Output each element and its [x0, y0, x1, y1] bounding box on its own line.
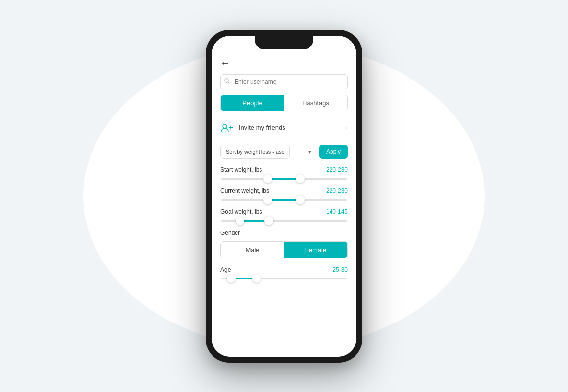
svg-point-2 — [223, 124, 227, 128]
sort-select-wrapper: Sort by weight loss - asc ▾ — [220, 145, 315, 159]
invite-chevron-icon: › — [346, 124, 348, 131]
tab-hashtags[interactable]: Hashtags — [284, 95, 347, 111]
current-weight-filter: Current weight, lbs 220-230 — [220, 187, 348, 201]
tab-people[interactable]: People — [221, 95, 284, 111]
phone-frame: ← People — [206, 30, 362, 363]
back-arrow-icon: ← — [220, 57, 230, 69]
age-header: Age 25-30 — [220, 266, 348, 273]
sort-row: Sort by weight loss - asc ▾ Apply — [220, 145, 348, 159]
sort-select[interactable]: Sort by weight loss - asc — [220, 145, 290, 159]
start-weight-label: Start weight, lbs — [220, 166, 262, 173]
current-weight-track — [221, 199, 347, 201]
current-weight-label: Current weight, lbs — [220, 187, 269, 194]
goal-weight-header: Goal weight, lbs 140-145 — [220, 208, 348, 215]
back-button[interactable]: ← — [220, 57, 230, 69]
goal-weight-label: Goal weight, lbs — [220, 208, 262, 215]
screen-content-area: ← People — [212, 36, 356, 357]
phone-mockup: ← People — [206, 30, 362, 363]
current-weight-value: 220-230 — [326, 187, 348, 194]
goal-weight-track — [221, 220, 347, 222]
start-weight-thumb1[interactable] — [263, 174, 272, 183]
gender-label: Gender — [220, 230, 348, 236]
goal-weight-value: 140-145 — [326, 208, 348, 215]
gender-section: Gender Male Female — [220, 230, 348, 258]
current-weight-thumb1[interactable] — [263, 195, 272, 204]
search-container — [220, 74, 348, 89]
search-input[interactable] — [220, 74, 348, 89]
start-weight-track — [221, 178, 347, 180]
gender-group: Male Female — [220, 241, 348, 258]
age-thumb2[interactable] — [252, 274, 261, 283]
phone-notch — [255, 36, 313, 49]
age-value: 25-30 — [332, 266, 348, 273]
age-filter: Age 25-30 — [220, 266, 348, 279]
search-icon — [224, 78, 230, 85]
age-label: Age — [220, 266, 231, 273]
gender-male-button[interactable]: Male — [221, 242, 284, 258]
tab-group: People Hashtags — [220, 95, 348, 111]
goal-weight-thumb2[interactable] — [264, 216, 273, 225]
start-weight-value: 220-230 — [326, 166, 348, 173]
start-weight-thumb2[interactable] — [296, 174, 305, 183]
current-weight-header: Current weight, lbs 220-230 — [220, 187, 348, 194]
start-weight-header: Start weight, lbs 220-230 — [220, 166, 348, 173]
age-track — [221, 278, 347, 279]
dropdown-chevron-icon: ▾ — [308, 148, 311, 155]
svg-line-1 — [228, 82, 230, 83]
goal-weight-filter: Goal weight, lbs 140-145 — [220, 208, 348, 222]
invite-text: Invite my friends — [239, 124, 346, 131]
age-thumb1[interactable] — [227, 274, 236, 283]
gender-female-button[interactable]: Female — [284, 242, 347, 258]
apply-button[interactable]: Apply — [319, 145, 348, 159]
goal-weight-thumb1[interactable] — [236, 216, 244, 225]
phone-screen: ← People — [212, 36, 356, 357]
current-weight-thumb2[interactable] — [296, 195, 305, 204]
start-weight-filter: Start weight, lbs 220-230 — [220, 166, 348, 180]
svg-point-0 — [225, 79, 228, 82]
invite-friends-row[interactable]: Invite my friends › — [220, 118, 348, 138]
invite-friends-icon — [220, 123, 234, 133]
